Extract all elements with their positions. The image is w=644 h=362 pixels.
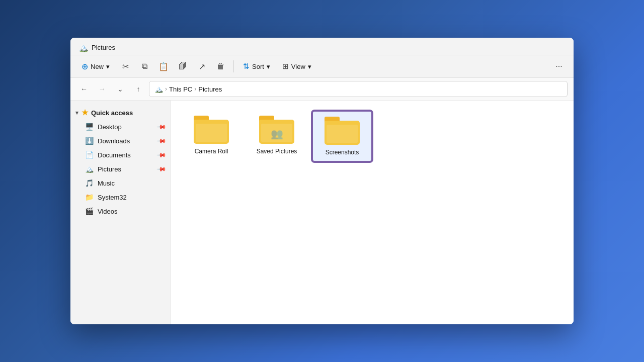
documents-label: Documents — [98, 151, 154, 159]
dropdown-icon: ⌄ — [117, 85, 123, 93]
music-label: Music — [98, 179, 166, 187]
saved-pictures-label: Saved Pictures — [257, 148, 297, 155]
sort-chevron: ▾ — [267, 63, 270, 70]
downloads-label: Downloads — [98, 137, 154, 145]
quick-access-section: ▾ ★ Quick access 🖥️ Desktop 📌 ⬇️ Downloa… — [70, 105, 171, 219]
camera-roll-label: Camera Roll — [195, 148, 228, 155]
folder-screenshots[interactable]: Screenshots — [312, 111, 372, 162]
system32-label: System32 — [98, 194, 166, 201]
title-bar: 🏔️ Pictures — [70, 38, 574, 55]
system32-icon: 📁 — [85, 193, 94, 202]
view-label: View — [291, 63, 305, 70]
title-bar-icon: 🏔️ — [78, 43, 88, 52]
new-label: New — [91, 63, 104, 70]
forward-icon: → — [99, 85, 106, 93]
folder-camera-roll[interactable]: Camera Roll — [181, 111, 242, 162]
overlay-icon: 👥 — [271, 128, 283, 140]
breadcrumb-sep-1: › — [165, 85, 167, 93]
sidebar-item-videos[interactable]: 🎬 Videos — [70, 204, 171, 218]
new-icon: ⊕ — [82, 62, 88, 71]
sidebar-item-pictures[interactable]: 🏔️ Pictures 📌 — [70, 162, 171, 176]
breadcrumb: 🏔️ › This PC › Pictures — [149, 81, 568, 97]
file-area: Camera Roll 👥 Saved Pictures — [171, 101, 574, 324]
view-button[interactable]: ⊞ View ▾ — [277, 59, 316, 74]
pictures-label: Pictures — [98, 165, 154, 173]
sort-icon: ⇅ — [243, 62, 250, 71]
share-button[interactable]: ↗ — [193, 58, 210, 74]
documents-icon: 📄 — [85, 150, 94, 159]
breadcrumb-sep-2: › — [194, 85, 196, 93]
more-options-button[interactable]: ··· — [550, 58, 568, 74]
videos-icon: 🎬 — [85, 207, 94, 216]
file-explorer-window: 🏔️ Pictures ⊕ New ▾ ✂ ⧉ 📋 🗐 ↗ 🗑 ⇅ Sort ▾… — [70, 38, 574, 324]
up-button[interactable]: ↑ — [131, 81, 146, 97]
breadcrumb-this-pc[interactable]: This PC — [169, 85, 192, 93]
cut-button[interactable]: ✂ — [117, 58, 134, 74]
main-area: ▾ ★ Quick access 🖥️ Desktop 📌 ⬇️ Downloa… — [70, 101, 574, 324]
music-icon: 🎵 — [85, 178, 94, 188]
sidebar-item-documents[interactable]: 📄 Documents 📌 — [70, 148, 171, 162]
desktop-pin-icon: 📌 — [156, 122, 167, 132]
sidebar-item-downloads[interactable]: ⬇️ Downloads 📌 — [70, 134, 171, 148]
desktop-label: Desktop — [98, 123, 154, 131]
folder-saved-pictures[interactable]: 👥 Saved Pictures — [247, 111, 307, 162]
nav-bar: ← → ⌄ ↑ 🏔️ › This PC › Pictures — [70, 78, 574, 101]
videos-label: Videos — [98, 208, 166, 215]
new-button[interactable]: ⊕ New ▾ — [76, 59, 115, 74]
breadcrumb-pictures[interactable]: Pictures — [198, 85, 222, 93]
new-chevron: ▾ — [106, 63, 110, 70]
downloads-pin-icon: 📌 — [156, 136, 167, 146]
paste-button[interactable]: 📋 — [155, 58, 172, 74]
delete-button[interactable]: 🗑 — [212, 58, 229, 74]
back-button[interactable]: ← — [76, 81, 92, 97]
desktop-icon: 🖥️ — [85, 122, 94, 131]
sort-button[interactable]: ⇅ Sort ▾ — [238, 59, 275, 74]
sort-label: Sort — [252, 63, 264, 70]
quick-access-chevron: ▾ — [75, 110, 78, 116]
sidebar-item-music[interactable]: 🎵 Music — [70, 176, 171, 190]
view-chevron: ▾ — [308, 63, 311, 70]
screenshots-label: Screenshots — [326, 149, 359, 156]
pictures-icon: 🏔️ — [85, 164, 94, 173]
documents-pin-icon: 📌 — [156, 150, 167, 160]
toolbar-separator — [233, 60, 234, 72]
up-icon: ↑ — [137, 85, 140, 93]
copy-button[interactable]: ⧉ — [136, 58, 153, 74]
sidebar: ▾ ★ Quick access 🖥️ Desktop 📌 ⬇️ Downloa… — [70, 101, 171, 324]
saved-pictures-folder-icon: 👥 — [259, 116, 294, 144]
quick-access-label: Quick access — [91, 109, 133, 117]
breadcrumb-pc-icon: 🏔️ — [154, 85, 163, 93]
view-icon: ⊞ — [282, 62, 289, 71]
toolbar: ⊕ New ▾ ✂ ⧉ 📋 🗐 ↗ 🗑 ⇅ Sort ▾ ⊞ View ▾ ··… — [70, 55, 574, 78]
sidebar-item-desktop[interactable]: 🖥️ Desktop 📌 — [70, 120, 171, 134]
forward-button[interactable]: → — [95, 81, 110, 97]
dropdown-button[interactable]: ⌄ — [113, 81, 128, 97]
sidebar-item-system32[interactable]: 📁 System32 — [70, 190, 171, 204]
back-icon: ← — [80, 85, 88, 93]
rename-button[interactable]: 🗐 — [174, 58, 191, 74]
camera-roll-folder-icon — [194, 116, 229, 144]
screenshots-folder-icon — [325, 117, 360, 145]
downloads-icon: ⬇️ — [85, 136, 94, 145]
quick-access-star: ★ — [82, 108, 88, 117]
title-bar-text: Pictures — [92, 44, 115, 51]
pictures-pin-icon: 📌 — [156, 164, 167, 174]
quick-access-header[interactable]: ▾ ★ Quick access — [70, 106, 171, 120]
